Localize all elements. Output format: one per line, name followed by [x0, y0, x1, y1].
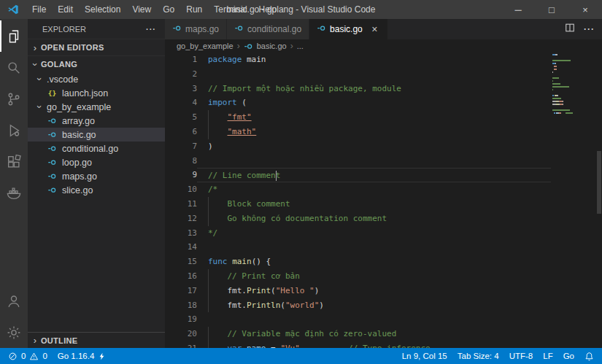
extensions-icon[interactable] — [0, 146, 28, 177]
token: ) — [319, 301, 324, 310]
code-line-18[interactable]: 18 fmt.Println("world") — [165, 298, 602, 313]
tree-item-launch.json[interactable]: {}launch.json — [28, 86, 165, 100]
accounts-icon[interactable] — [0, 285, 28, 317]
menu-file[interactable]: File — [26, 0, 52, 19]
split-editor-icon[interactable] — [565, 23, 575, 36]
explorer-icon[interactable] — [0, 20, 28, 52]
menu-go[interactable]: Go — [157, 0, 180, 19]
editor-more-actions-icon[interactable]: ··· — [584, 24, 595, 34]
code-line-8[interactable]: 8 — [165, 154, 602, 169]
code-line-13[interactable]: 13*/ — [165, 226, 602, 241]
token: Block comment — [208, 199, 290, 209]
settings-gear-icon[interactable] — [0, 317, 28, 348]
code-line-6[interactable]: 6 "math" — [165, 125, 602, 139]
code-line-3[interactable]: 3// Import một hoặc nhiều package, modul… — [165, 82, 602, 96]
vertical-scrollbar[interactable] — [596, 53, 602, 348]
menu-edit[interactable]: Edit — [52, 0, 79, 19]
breadcrumb-item[interactable]: basic.go — [257, 42, 287, 50]
code-line-14[interactable]: 14 — [165, 240, 602, 255]
tab-conditional.go[interactable]: conditional.go — [227, 19, 309, 39]
code-line-16[interactable]: 16 // Print cơ bản — [165, 269, 602, 284]
code-line-20[interactable]: 20 // Variable mặc định có zero-valued — [165, 327, 602, 341]
line-content: /* — [197, 182, 551, 197]
search-icon[interactable] — [0, 52, 28, 83]
token: "Hello " — [276, 286, 314, 295]
tree-item-go_by_example[interactable]: ›go_by_example — [28, 100, 165, 114]
code-line-17[interactable]: 17 fmt.Print("Hello ") — [165, 284, 602, 298]
go-version-indicator[interactable]: Go 1.16.4 — [53, 348, 112, 364]
chevron-right-icon: › — [29, 43, 41, 53]
notifications-bell-icon[interactable] — [579, 348, 599, 364]
tab-size[interactable]: Tab Size: 4 — [452, 348, 504, 364]
open-editors-section[interactable]: › OPEN EDITORS — [28, 39, 165, 55]
token: ) — [314, 286, 320, 295]
maximize-button[interactable]: □ — [535, 0, 568, 19]
code-line-1[interactable]: 1package main — [165, 53, 602, 67]
tree-item-conditional.go[interactable]: conditional.go — [28, 142, 165, 155]
tree-item-label: .vscode — [47, 74, 78, 85]
minimap[interactable] — [551, 53, 596, 115]
menu-help[interactable]: Help — [253, 0, 283, 19]
line-number: 18 — [165, 298, 197, 313]
editor[interactable]: 1package main23// Import một hoặc nhiều … — [165, 53, 602, 348]
tree-item-slice.go[interactable]: slice.go — [28, 183, 165, 197]
run-and-debug-icon[interactable] — [0, 115, 28, 146]
language-mode[interactable]: Go — [558, 348, 579, 364]
file-tree: ›.vscode{}launch.json›go_by_examplearray… — [28, 72, 165, 197]
code-line-2[interactable]: 2 — [165, 67, 602, 82]
line-number: 2 — [165, 67, 197, 82]
go-file-icon — [47, 185, 58, 195]
tab-maps.go[interactable]: maps.go — [165, 19, 227, 39]
token: // Variable mặc định có zero-valued — [208, 329, 396, 338]
source-control-icon[interactable] — [0, 83, 28, 115]
cursor-position[interactable]: Ln 9, Col 15 — [397, 348, 452, 364]
minimize-button[interactable]: ─ — [501, 0, 535, 19]
tree-item-maps.go[interactable]: maps.go — [28, 169, 165, 183]
close-icon[interactable]: × — [369, 23, 380, 35]
code-line-21[interactable]: 21 var name = "Vu" // Type inference — [165, 341, 602, 348]
code-line-7[interactable]: 7) — [165, 139, 602, 154]
code-line-15[interactable]: 15func main() { — [165, 255, 602, 269]
workspace-section[interactable]: › GOLANG — [28, 55, 165, 72]
token: ( — [280, 301, 285, 310]
scrollbar-thumb[interactable] — [597, 151, 601, 214]
indent-guide — [208, 125, 209, 139]
problems-indicator[interactable]: 0 0 — [3, 348, 53, 364]
menu-view[interactable]: View — [126, 0, 157, 19]
code-lines: 1package main23// Import một hoặc nhiều … — [165, 53, 602, 348]
vscode-window: FileEditSelectionViewGoRunTerminalHelp b… — [0, 0, 602, 364]
line-content: func main() { — [197, 255, 551, 269]
menu-selection[interactable]: Selection — [79, 0, 126, 19]
code-line-12[interactable]: 12 Go không có documentation comment — [165, 212, 602, 226]
line-number: 16 — [165, 269, 197, 284]
tree-item-basic.go[interactable]: basic.go — [28, 128, 165, 142]
code-line-10[interactable]: 10/* — [165, 182, 602, 197]
code-line-4[interactable]: 4import ( — [165, 96, 602, 110]
tree-item-loop.go[interactable]: loop.go — [28, 155, 165, 169]
tab-basic.go[interactable]: basic.go× — [309, 19, 388, 39]
tree-item-label: maps.go — [62, 171, 97, 182]
docker-icon[interactable] — [0, 177, 28, 209]
code-line-19[interactable]: 19 — [165, 312, 602, 327]
menu-run[interactable]: Run — [180, 0, 208, 19]
breadcrumb: go_by_example›basic.go›... — [165, 39, 602, 53]
explorer-more-actions-icon[interactable]: ··· — [146, 25, 156, 34]
go-file-icon — [47, 130, 58, 139]
editor-actions: ··· — [557, 19, 602, 39]
tree-item-array.go[interactable]: array.go — [28, 114, 165, 128]
menu-bar: FileEditSelectionViewGoRunTerminalHelp — [26, 0, 282, 19]
tree-item-.vscode[interactable]: ›.vscode — [28, 72, 165, 86]
menu-terminal[interactable]: Terminal — [208, 0, 252, 19]
go-file-icon — [172, 23, 182, 35]
code-line-11[interactable]: 11 Block comment — [165, 197, 602, 212]
code-line-5[interactable]: 5 "fmt" — [165, 110, 602, 125]
encoding[interactable]: UTF-8 — [504, 348, 539, 364]
outline-section[interactable]: › OUTLINE — [28, 332, 165, 348]
close-button[interactable]: × — [568, 0, 602, 19]
token: */ — [208, 228, 217, 238]
breadcrumb-item[interactable]: go_by_example — [177, 42, 234, 50]
eol[interactable]: LF — [538, 348, 557, 364]
code-line-9[interactable]: 9// Line comment — [165, 168, 602, 182]
token: var — [228, 344, 242, 348]
breadcrumb-item[interactable]: ... — [297, 42, 304, 50]
